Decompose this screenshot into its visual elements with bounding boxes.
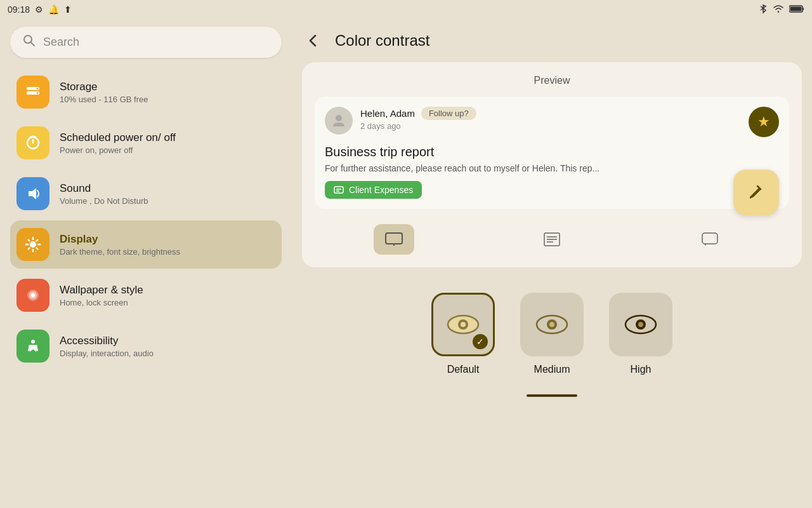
- star-button[interactable]: ★: [749, 107, 779, 137]
- email-subject: Business trip report: [325, 145, 779, 159]
- battery-icon: [789, 4, 804, 15]
- scheduled-power-text: Scheduled power on/ off Power on, power …: [60, 131, 176, 155]
- svg-point-41: [549, 322, 554, 327]
- svg-line-4: [30, 42, 34, 46]
- search-icon: [23, 34, 36, 50]
- status-time: 09:18: [8, 4, 30, 15]
- sound-icon: [16, 177, 49, 210]
- avatar: [325, 107, 353, 135]
- notification-icon: 🔔: [48, 4, 59, 15]
- svg-point-7: [37, 88, 39, 90]
- sound-title: Sound: [60, 182, 148, 195]
- preview-container: Preview Helen, Adam Follow up? 2 days ag…: [302, 62, 802, 267]
- edit-fab[interactable]: [733, 170, 779, 215]
- sound-subtitle: Volume , Do Not Disturb: [60, 196, 148, 206]
- search-bar[interactable]: Search: [10, 27, 282, 58]
- follow-up-badge: Follow up?: [421, 107, 476, 120]
- nav-list-icon[interactable]: [532, 224, 572, 255]
- check-icon: ✓: [473, 334, 488, 349]
- svg-point-44: [638, 322, 643, 327]
- sidebar-item-display[interactable]: Display Dark theme, font size, brightnes…: [10, 220, 282, 269]
- back-button[interactable]: [302, 29, 325, 52]
- contrast-high-box: [609, 293, 672, 356]
- contrast-medium[interactable]: Medium: [520, 293, 584, 375]
- email-body: For further assistance, please reach out…: [325, 163, 779, 173]
- contrast-high[interactable]: High: [609, 293, 672, 375]
- svg-point-11: [30, 241, 36, 248]
- display-title: Display: [60, 233, 180, 246]
- search-placeholder: Search: [43, 36, 79, 49]
- contrast-medium-box: [520, 293, 584, 356]
- sidebar-item-wallpaper[interactable]: Wallpaper & style Home, lock screen: [10, 271, 282, 319]
- status-left: 09:18 ⚙ 🔔 ⬆: [8, 4, 72, 15]
- settings-status-icon: ⚙: [35, 4, 43, 15]
- right-panel: Color contrast Preview Helen, Adam Follo…: [292, 19, 812, 508]
- svg-rect-1: [802, 8, 804, 10]
- email-meta: Helen, Adam Follow up? 2 days ago: [360, 107, 476, 131]
- sidebar-item-scheduled-power[interactable]: Scheduled power on/ off Power on, power …: [10, 119, 282, 167]
- svg-point-38: [461, 322, 466, 327]
- sound-text: Sound Volume , Do Not Disturb: [60, 182, 148, 206]
- svg-point-8: [37, 92, 39, 94]
- storage-icon: [16, 76, 49, 109]
- email-card: Helen, Adam Follow up? 2 days ago ★ Busi…: [315, 97, 789, 209]
- accessibility-subtitle: Display, interaction, audio: [60, 349, 154, 358]
- svg-rect-2: [790, 6, 802, 11]
- contrast-options: ✓ Default Medium: [302, 280, 802, 388]
- sidebar-item-sound[interactable]: Sound Volume , Do Not Disturb: [10, 170, 282, 218]
- contrast-default-box: ✓: [431, 293, 495, 356]
- sidebar-item-accessibility[interactable]: Accessibility Display, interaction, audi…: [10, 322, 282, 370]
- contrast-default-label: Default: [447, 364, 480, 375]
- contrast-high-label: High: [631, 364, 652, 375]
- nav-chat-icon[interactable]: [690, 224, 730, 255]
- svg-point-24: [336, 115, 342, 121]
- email-sender-row: Helen, Adam Follow up?: [360, 107, 476, 120]
- bottom-indicator: [527, 394, 577, 397]
- svg-line-18: [36, 240, 37, 241]
- email-time: 2 days ago: [360, 121, 476, 131]
- svg-line-19: [29, 248, 30, 249]
- preview-label: Preview: [315, 75, 789, 86]
- wallpaper-text: Wallpaper & style Home, lock screen: [60, 284, 143, 307]
- svg-point-23: [31, 340, 35, 344]
- scheduled-power-subtitle: Power on, power off: [60, 145, 176, 155]
- svg-line-17: [36, 248, 37, 249]
- scheduled-power-icon: [16, 126, 49, 159]
- accessibility-title: Accessibility: [60, 335, 154, 347]
- upload-icon: ⬆: [64, 4, 72, 15]
- status-right: [759, 4, 804, 16]
- wallpaper-subtitle: Home, lock screen: [60, 298, 143, 307]
- scheduled-power-title: Scheduled power on/ off: [60, 131, 176, 144]
- svg-rect-28: [386, 233, 402, 244]
- status-bar: 09:18 ⚙ 🔔 ⬆: [0, 0, 812, 19]
- storage-title: Storage: [60, 81, 148, 93]
- storage-text: Storage 10% used - 116 GB free: [60, 81, 148, 104]
- svg-marker-10: [29, 188, 36, 199]
- panel-title: Color contrast: [335, 32, 429, 50]
- display-icon: [16, 228, 49, 261]
- wifi-icon: [773, 4, 784, 15]
- email-sender: Helen, Adam: [360, 108, 415, 119]
- display-subtitle: Dark theme, font size, brightness: [60, 247, 180, 257]
- sidebar: Search Storage 10% used - 116 GB free Sc…: [0, 19, 292, 508]
- tag-label: Client Expenses: [349, 185, 413, 195]
- wallpaper-icon: [16, 279, 49, 312]
- email-tag: Client Expenses: [325, 181, 422, 199]
- nav-screen-icon[interactable]: [374, 224, 414, 255]
- storage-subtitle: 10% used - 116 GB free: [60, 95, 148, 104]
- svg-rect-35: [702, 233, 717, 244]
- svg-line-16: [29, 240, 30, 241]
- contrast-medium-label: Medium: [534, 364, 570, 375]
- main-layout: Search Storage 10% used - 116 GB free Sc…: [0, 0, 812, 508]
- panel-header: Color contrast: [302, 29, 802, 52]
- svg-point-22: [31, 293, 35, 297]
- sidebar-item-storage[interactable]: Storage 10% used - 116 GB free: [10, 68, 282, 116]
- wallpaper-title: Wallpaper & style: [60, 284, 143, 297]
- accessibility-text: Accessibility Display, interaction, audi…: [60, 335, 154, 358]
- preview-nav: [315, 217, 789, 255]
- email-header: Helen, Adam Follow up? 2 days ago ★: [325, 107, 779, 137]
- contrast-default[interactable]: ✓ Default: [431, 293, 495, 375]
- display-text: Display Dark theme, font size, brightnes…: [60, 233, 180, 257]
- bluetooth-icon: [759, 4, 768, 16]
- svg-rect-25: [334, 187, 343, 193]
